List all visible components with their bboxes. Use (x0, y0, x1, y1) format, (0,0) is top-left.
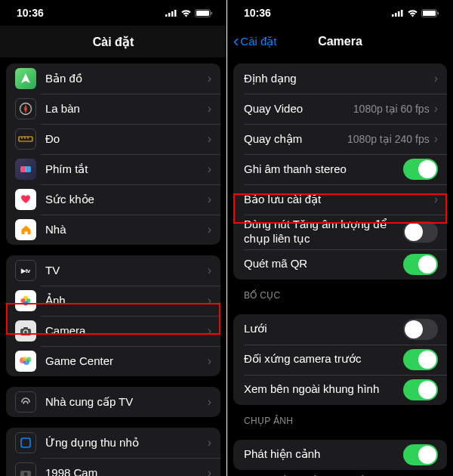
row-label: Dùng nút Tăng âm lượng để chụp liên tục (244, 218, 403, 246)
row-label: Đối xứng camera trước (244, 352, 403, 366)
settings-row-1998[interactable]: 1998 Cam› (6, 458, 220, 476)
chevron-right-icon: › (208, 264, 211, 277)
tv-icon: ▶tv (15, 260, 36, 281)
wifi-icon (407, 9, 418, 17)
settings-row[interactable]: Đối xứng camera trước (233, 345, 447, 375)
row-label: 1998 Cam (45, 466, 208, 476)
chevron-right-icon: › (208, 395, 211, 409)
svg-rect-1 (168, 13, 171, 17)
chevron-right-icon: › (434, 193, 438, 206)
row-label: Phát hiện cảnh (244, 447, 403, 462)
battery-icon (421, 9, 439, 17)
settings-screen: 10:36 Cài đặt Bản đồ›La bàn›Đo›Phím tắt›… (0, 0, 226, 476)
svg-rect-6 (211, 11, 213, 14)
toggle-switch[interactable] (403, 444, 438, 465)
settings-row[interactable]: Bảo lưu cài đặt› (233, 184, 447, 215)
chevron-right-icon: › (434, 72, 438, 85)
chevron-right-icon: › (208, 193, 211, 206)
chevron-left-icon: ‹ (233, 33, 239, 50)
settings-group: Bản đồ›La bàn›Đo›Phím tắt›Sức khỏe›Nhà› (6, 63, 220, 245)
settings-row-measure[interactable]: Đo› (6, 124, 220, 154)
settings-group: Phát hiện cảnh (233, 440, 447, 470)
settings-row[interactable]: Lưới (233, 314, 447, 345)
settings-row-camera[interactable]: Camera› (6, 316, 220, 346)
settings-row[interactable]: Quét mã QR (233, 249, 447, 280)
settings-row-shortcuts[interactable]: Phím tắt› (6, 154, 220, 184)
settings-list[interactable]: Bản đồ›La bàn›Đo›Phím tắt›Sức khỏe›Nhà›▶… (0, 57, 226, 476)
battery-icon (195, 9, 213, 17)
measure-icon (15, 128, 36, 150)
toggle-switch[interactable] (403, 349, 438, 370)
settings-row-photos[interactable]: Ảnh› (6, 286, 220, 316)
svg-rect-8 (19, 137, 32, 141)
toggle-switch[interactable] (403, 221, 438, 243)
chevron-right-icon: › (208, 436, 211, 450)
settings-row-home[interactable]: Nhà› (6, 215, 220, 245)
row-detail: 1080p tại 240 fps (347, 133, 430, 145)
chevron-right-icon: › (208, 162, 211, 176)
svg-rect-30 (398, 11, 400, 17)
row-label: Ghi âm thanh stereo (244, 162, 403, 177)
settings-row[interactable]: Dùng nút Tăng âm lượng để chụp liên tục (233, 215, 447, 249)
svg-rect-28 (392, 14, 394, 17)
toggle-switch[interactable] (403, 254, 438, 275)
home-icon (15, 219, 36, 240)
row-label: TV (45, 264, 208, 278)
settings-row-widget[interactable]: Ứng dụng thu nhỏ› (6, 428, 220, 458)
widget-icon (15, 432, 36, 453)
svg-rect-5 (196, 11, 209, 16)
status-bar: 10:36 (227, 0, 453, 26)
row-label: Đo (45, 132, 208, 147)
svg-point-27 (24, 472, 28, 476)
settings-row[interactable]: Phát hiện cảnh (233, 440, 447, 470)
settings-row-tv[interactable]: ▶tvTV› (6, 255, 220, 286)
settings-row-health[interactable]: Sức khỏe› (6, 184, 220, 215)
wifi-icon (180, 9, 192, 17)
settings-row-provider[interactable]: Nhà cung cấp TV› (6, 387, 220, 417)
svg-rect-13 (25, 166, 31, 172)
toggle-switch[interactable] (403, 319, 438, 340)
navbar: ‹ Cài đặt Camera (227, 26, 453, 57)
toggle-switch[interactable] (403, 379, 438, 400)
settings-group: Định dạng›Quay Video1080p tại 60 fps›Qua… (233, 63, 447, 280)
settings-row[interactable]: Quay chậm1080p tại 240 fps› (233, 124, 447, 154)
svg-rect-31 (401, 10, 403, 17)
chevron-right-icon: › (208, 102, 211, 116)
shortcuts-icon (15, 159, 36, 180)
settings-group: LướiĐối xứng camera trướcXem bên ngoài k… (233, 314, 447, 405)
settings-row-gamecenter[interactable]: Game Center› (6, 346, 220, 376)
row-label: Nhà cung cấp TV (45, 395, 208, 410)
section-header-layout: BỐ CỤC (227, 280, 453, 304)
settings-row-maps[interactable]: Bản đồ› (6, 63, 220, 94)
svg-rect-0 (165, 14, 168, 17)
camera-icon (15, 320, 36, 342)
health-icon (15, 189, 36, 210)
signal-icon (165, 9, 177, 17)
svg-point-24 (23, 357, 27, 361)
provider-icon (15, 391, 36, 413)
settings-row[interactable]: Quay Video1080p tại 60 fps› (233, 94, 447, 124)
settings-row[interactable]: Định dạng› (233, 63, 447, 94)
row-label: Ảnh (45, 294, 208, 308)
row-label: Nhà (45, 223, 208, 237)
settings-row-compass[interactable]: La bàn› (6, 94, 220, 124)
row-label: Định dạng (244, 72, 434, 86)
photos-icon (15, 290, 36, 311)
section-header-capture: CHỤP ẢNH (227, 405, 453, 429)
gamecenter-icon (15, 351, 36, 372)
settings-row[interactable]: Ghi âm thanh stereo (233, 154, 447, 184)
chevron-right-icon: › (208, 354, 211, 368)
toggle-switch[interactable] (403, 159, 438, 180)
row-label: Bảo lưu cài đặt (244, 193, 434, 207)
settings-row[interactable]: Xem bên ngoài khung hình (233, 375, 447, 405)
status-bar: 10:36 (0, 0, 226, 26)
back-button[interactable]: ‹ Cài đặt (233, 33, 277, 50)
status-time: 10:36 (244, 7, 271, 19)
svg-rect-25 (21, 438, 30, 447)
chevron-right-icon: › (208, 223, 211, 236)
row-label: Ứng dụng thu nhỏ (45, 436, 208, 450)
chevron-right-icon: › (434, 102, 438, 116)
row-label: Lưới (244, 322, 403, 336)
row-label: Game Center (45, 354, 208, 369)
camera-settings-list[interactable]: Định dạng›Quay Video1080p tại 60 fps›Qua… (227, 57, 453, 476)
